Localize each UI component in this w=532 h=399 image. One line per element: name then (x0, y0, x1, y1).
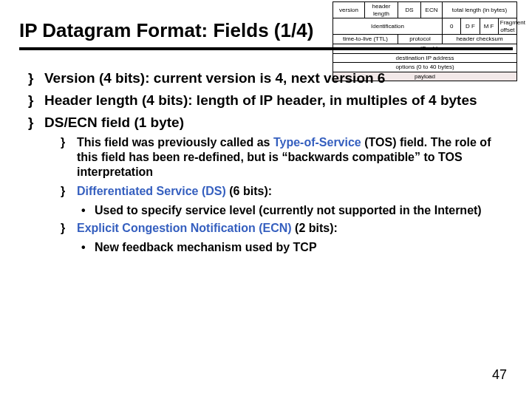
bullet-marker: } (28, 114, 44, 132)
title-underline (19, 47, 513, 50)
bullet-marker: } (28, 92, 44, 109)
slide-body: } Version (4 bits): current version is 4… (28, 69, 501, 258)
cell-dst-ip: destination IP address (333, 53, 517, 63)
bullet-ds-ecn: } DS/ECN field (1 byte) (28, 114, 501, 132)
bullet-text: DS/ECN field (1 byte) (44, 114, 501, 132)
cell-checksum: header checksum (443, 35, 517, 44)
txt-blue: Explicit Congestion Notification (ECN) (77, 222, 292, 234)
cell-mf: M F (480, 18, 498, 35)
txt-blue: Differentiated Service (DS) (77, 185, 226, 197)
bullet-header-length: } Header length (4 bits): length of IP h… (28, 92, 501, 109)
subsub-ecn: • New feedback mechanism used by TCP (81, 240, 501, 255)
bullet-prefix: Header length (4 bits): (44, 92, 193, 108)
slide-title: IP Datagram Format: Fields (1/4) (19, 19, 313, 42)
cell-ttl: time-to-live (TTL) (333, 35, 398, 44)
sub-bullets: } This field was previously called as Ty… (61, 135, 501, 255)
txt-b: (6 bits): (226, 185, 272, 197)
bullet-prefix: DS/ECN field (1 byte) (44, 115, 184, 130)
cell-protocol: protocol (398, 35, 443, 44)
bullet-text: Used to specify service level (currently… (95, 203, 482, 218)
sub-ds: } Differentiated Service (DS) (6 bits): (61, 184, 501, 199)
cell-header-length: header length (365, 2, 398, 18)
page-number: 47 (492, 367, 507, 383)
cell-ecn: ECN (421, 2, 443, 18)
bullet-version: } Version (4 bits): current version is 4… (28, 69, 501, 87)
bullet-text: Header length (4 bits): length of IP hea… (44, 92, 501, 109)
cell-total-length: total length (in bytes) (443, 2, 517, 18)
txt-blue: Type-of-Service (273, 136, 361, 149)
txt-a: This field was previously called as (77, 136, 273, 149)
bullet-prefix: Version (4 bits): (44, 70, 150, 86)
dot-marker: • (81, 240, 95, 255)
cell-flag0: 0 (443, 18, 461, 35)
bullet-text: Explicit Congestion Notification (ECN) (… (77, 221, 501, 236)
dot-marker: • (81, 203, 95, 218)
bullet-text: New feedback mechanism used by TCP (95, 240, 317, 255)
txt-b: (2 bits): (292, 222, 338, 234)
sub-tos: } This field was previously called as Ty… (61, 135, 501, 180)
subsub-ds: • Used to specify service level (current… (81, 203, 501, 218)
bullet-marker: } (28, 69, 44, 87)
bullet-marker: } (61, 184, 77, 199)
bullet-rest: length of IP header, in multiples of 4 b… (193, 92, 477, 108)
bullet-rest: current version is 4, next version 6 (150, 70, 386, 86)
bullet-text: This field was previously called as Type… (77, 135, 501, 180)
bullet-text: Differentiated Service (DS) (6 bits): (77, 184, 501, 199)
cell-version: version (333, 2, 365, 18)
cell-df: D F (461, 18, 480, 35)
bullet-marker: } (61, 221, 77, 236)
cell-identification: Identification (333, 18, 443, 35)
cell-frag-offset: Fragment offset (498, 18, 516, 35)
bullet-text: Version (4 bits): current version is 4, … (44, 69, 501, 87)
sub-ecn: } Explicit Congestion Notification (ECN)… (61, 221, 501, 236)
bullet-marker: } (61, 135, 77, 180)
cell-ds: DS (398, 2, 421, 18)
